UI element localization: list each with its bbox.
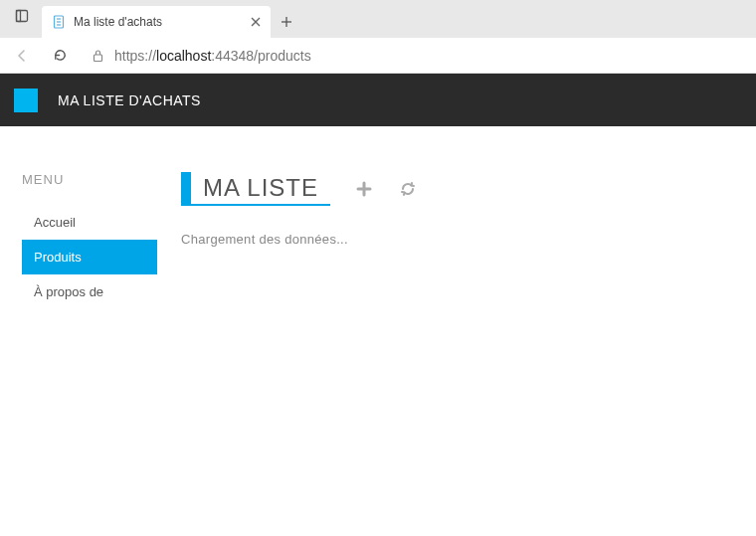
url-text: https://localhost:44348/products <box>114 48 311 64</box>
refresh-button[interactable] <box>46 42 74 70</box>
svg-rect-0 <box>17 11 28 22</box>
page-title: MA LISTE <box>203 174 318 202</box>
tab-title: Ma liste d'achats <box>74 15 243 29</box>
sidebar-item-apropos[interactable]: À propos de <box>22 274 157 309</box>
content-area: MENU Accueil Produits À propos de MA LIS… <box>0 126 756 309</box>
tab-actions-icon[interactable] <box>8 2 36 30</box>
sidebar-item-produits[interactable]: Produits <box>22 240 157 274</box>
browser-tab-strip: Ma liste d'achats <box>0 0 756 38</box>
loading-text: Chargement des données... <box>181 232 756 247</box>
favicon-icon <box>52 15 66 29</box>
page-title-wrap: MA LISTE <box>181 172 330 206</box>
back-button[interactable] <box>8 42 36 70</box>
svg-rect-10 <box>94 55 102 62</box>
address-bar[interactable]: https://localhost:44348/products <box>84 42 748 70</box>
app-logo <box>14 89 38 112</box>
page-title-row: MA LISTE <box>181 172 756 206</box>
menu-label: MENU <box>22 172 157 187</box>
close-icon[interactable] <box>251 17 261 27</box>
lock-icon <box>92 49 104 63</box>
sidebar-item-accueil[interactable]: Accueil <box>22 205 157 240</box>
sidebar: MENU Accueil Produits À propos de <box>22 172 157 309</box>
add-button[interactable] <box>354 179 374 199</box>
svg-rect-1 <box>17 11 21 22</box>
new-tab-button[interactable] <box>271 6 302 38</box>
browser-tab[interactable]: Ma liste d'achats <box>42 6 271 38</box>
app-header: MA LISTE D'ACHATS <box>0 74 756 126</box>
app-title: MA LISTE D'ACHATS <box>58 92 201 108</box>
browser-toolbar: https://localhost:44348/products <box>0 38 756 74</box>
main-panel: MA LISTE Chargement des données... <box>181 172 756 309</box>
refresh-list-button[interactable] <box>398 179 418 199</box>
